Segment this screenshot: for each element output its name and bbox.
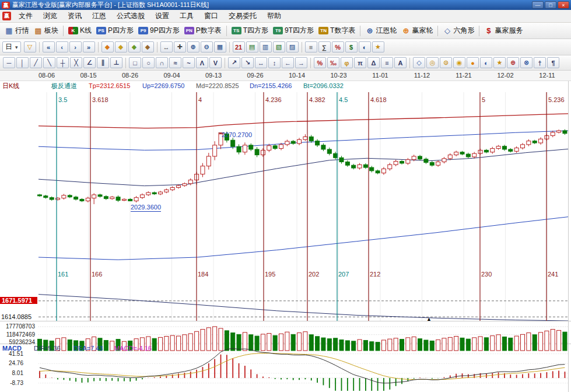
menu-item[interactable]: 窗口: [199, 9, 223, 23]
calendar-21-button[interactable]: 21: [233, 41, 245, 52]
period-dropdown[interactable]: 日 ▾: [2, 41, 21, 52]
diamond-yellow-button[interactable]: ◆: [115, 41, 127, 52]
arrow-up-right-button[interactable]: ↗: [228, 57, 240, 68]
compare-button[interactable]: ▨: [286, 41, 299, 52]
sun-circle-button[interactable]: ◉: [453, 57, 465, 68]
pi-tool-button[interactable]: π: [354, 57, 366, 68]
date-label: 09-04: [163, 72, 180, 79]
cross-line-button[interactable]: ┼: [57, 57, 69, 68]
menu-item[interactable]: 公式选股: [111, 9, 150, 23]
p-table-button[interactable]: PNP数字表: [182, 24, 224, 37]
pilcrow-tool-button[interactable]: ¶: [547, 57, 559, 68]
menu-item[interactable]: 帮助: [262, 9, 286, 23]
gann-wheel-button[interactable]: ⊛江恩轮: [363, 24, 399, 37]
sectors-button[interactable]: ▩板块: [31, 24, 61, 37]
arrow-right-button[interactable]: →: [295, 57, 307, 68]
diamond-green-button[interactable]: ◆: [128, 41, 141, 52]
grid-button[interactable]: ▦: [214, 41, 226, 52]
menu-item[interactable]: 设置: [150, 9, 174, 23]
arc-button[interactable]: ∩: [156, 57, 168, 68]
text-tool-button[interactable]: A: [394, 57, 407, 68]
close-button[interactable]: ×: [558, 1, 569, 9]
toolbar-separator: [437, 26, 438, 36]
pan-button[interactable]: ↔: [160, 41, 173, 52]
delta-tool-button[interactable]: Δ: [367, 57, 380, 68]
circle-button[interactable]: ○: [142, 57, 155, 68]
half-circle-button[interactable]: ◐: [359, 41, 371, 52]
h-line-button[interactable]: ─: [3, 57, 15, 68]
winner-service-button[interactable]: $赢家服务: [482, 24, 525, 37]
golden-phi-button[interactable]: φ: [341, 57, 353, 68]
x-lines-button[interactable]: ╳: [70, 57, 82, 68]
t-square-button[interactable]: TST四方形: [229, 24, 271, 37]
report-button[interactable]: ▧: [273, 41, 285, 52]
zoom-in-button[interactable]: ⊕: [187, 41, 199, 52]
t9-square-button[interactable]: T99T四方形: [271, 24, 316, 37]
diamond-tool-button[interactable]: ◇: [413, 57, 425, 68]
menu-item[interactable]: 工具: [174, 9, 199, 23]
diamond-orange-button[interactable]: ◆: [101, 41, 114, 52]
dagger-tool-button[interactable]: †: [534, 57, 546, 68]
first-page-button[interactable]: «: [43, 41, 55, 52]
arrow-down-right-button[interactable]: ↘: [241, 57, 254, 68]
bullseye-button[interactable]: ◎: [426, 57, 439, 68]
t-table-button[interactable]: TNT数字表: [316, 24, 358, 37]
times-blue-button[interactable]: ⊗: [520, 57, 533, 68]
maximize-button[interactable]: □: [545, 1, 556, 9]
peak-button[interactable]: Λ: [196, 57, 208, 68]
prev-button[interactable]: ‹: [56, 41, 68, 52]
gann-bar-label: 166: [92, 271, 102, 278]
arrow-left-button[interactable]: ←: [282, 57, 294, 68]
menu-item[interactable]: 文件: [13, 9, 38, 23]
curve-button[interactable]: ~: [183, 57, 195, 68]
levels-tool-button[interactable]: ≡: [381, 57, 393, 68]
stock-filter-button[interactable]: ▽: [24, 41, 36, 52]
panel-blue-button[interactable]: ▥: [260, 41, 272, 52]
permille-tool-button[interactable]: ‰: [327, 57, 339, 68]
arrow-vertical-button[interactable]: ↕: [268, 57, 281, 68]
diamond-brown-button[interactable]: ◆: [142, 41, 154, 52]
channel-lines-layer: [38, 114, 568, 321]
dot-orange-button[interactable]: ●: [467, 57, 479, 68]
angle-button[interactable]: ∠: [83, 57, 96, 68]
hexagon-button[interactable]: ◇六角形: [440, 24, 477, 37]
gann-level-label: 4.382: [309, 96, 325, 103]
toolbar-separator: [360, 26, 360, 36]
trend-up-button[interactable]: ╱: [30, 57, 42, 68]
fund-button[interactable]: $: [345, 41, 358, 52]
sum-button[interactable]: ∑: [318, 41, 331, 52]
half-blue-button[interactable]: ◐: [480, 57, 492, 68]
zoom-out-button[interactable]: ⊖: [201, 41, 213, 52]
gann-circle-button[interactable]: ⊙: [440, 57, 452, 68]
favorite-button[interactable]: ★: [372, 41, 384, 52]
minimize-button[interactable]: —: [532, 1, 544, 9]
p9-square-button[interactable]: P99P四方形: [136, 24, 182, 37]
menu-bar: 赢 文件浏览资讯江恩公式选股设置工具窗口交易委托帮助: [0, 10, 571, 23]
wave-button[interactable]: ≈: [169, 57, 181, 68]
list-button[interactable]: ≡: [305, 41, 317, 52]
kline-icon: K: [68, 27, 78, 34]
plus-red-button[interactable]: ⊕: [507, 57, 519, 68]
kline-button[interactable]: KK线: [66, 24, 94, 37]
menu-item[interactable]: 交易委托: [223, 9, 262, 23]
trend-down-button[interactable]: ╲: [43, 57, 55, 68]
p-square-button[interactable]: PSP四方形: [94, 24, 136, 37]
percent-button[interactable]: %: [332, 41, 344, 52]
v-line-button[interactable]: │: [16, 57, 29, 68]
arrow-horizontal-button[interactable]: ↔: [255, 57, 267, 68]
winner-wheel-button[interactable]: ⊕赢家轮: [399, 24, 435, 37]
perpendicular-button[interactable]: ⊥: [110, 57, 122, 68]
valley-button[interactable]: V: [209, 57, 222, 68]
menu-item[interactable]: 江恩: [87, 9, 111, 23]
last-page-button[interactable]: »: [83, 41, 95, 52]
next-button[interactable]: ›: [69, 41, 82, 52]
parallel-channel-button[interactable]: ∥: [97, 57, 109, 68]
star-gold-button[interactable]: ★: [493, 57, 506, 68]
quotes-button[interactable]: ▦行情: [2, 24, 31, 37]
crosshair-button[interactable]: ✚: [174, 41, 186, 52]
panel-green-button[interactable]: ▤: [246, 41, 258, 52]
menu-item[interactable]: 浏览: [38, 9, 62, 23]
rectangle-button[interactable]: □: [129, 57, 141, 68]
menu-item[interactable]: 资讯: [62, 9, 87, 23]
percent-tool-button[interactable]: %: [314, 57, 326, 68]
